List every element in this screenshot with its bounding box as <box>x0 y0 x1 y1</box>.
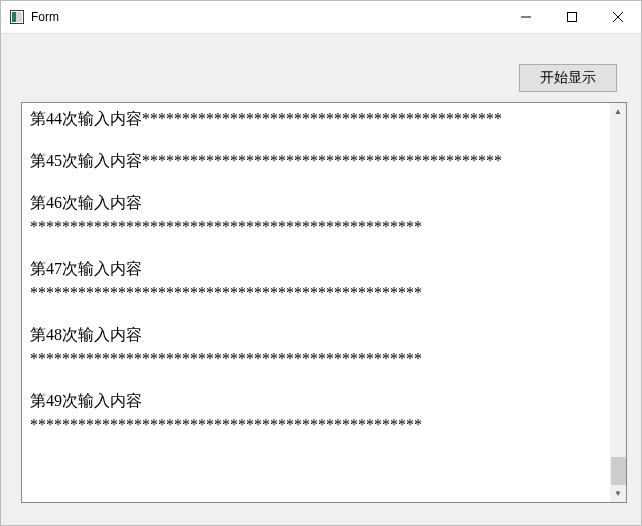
maximize-button[interactable] <box>549 1 595 33</box>
window-title: Form <box>31 10 59 24</box>
window-root: Form 开始显示 第44次输入内容**********************… <box>0 0 642 526</box>
scroll-track[interactable] <box>610 120 626 485</box>
text-line <box>30 239 602 257</box>
titlebar[interactable]: Form <box>1 1 641 34</box>
text-line: 第49次输入内容 <box>30 389 602 413</box>
client-area: 开始显示 第44次输入内容***************************… <box>1 34 641 525</box>
text-line <box>30 131 602 149</box>
close-icon <box>613 12 623 22</box>
maximize-icon <box>567 12 577 22</box>
scroll-thumb[interactable] <box>611 457 626 485</box>
titlebar-left: Form <box>1 9 59 25</box>
text-line: ****************************************… <box>30 413 602 437</box>
toolbar: 开始显示 <box>11 44 631 98</box>
text-line: 第45次输入内容********************************… <box>30 149 602 173</box>
scroll-up-arrow-icon[interactable]: ▲ <box>610 103 626 120</box>
svg-rect-2 <box>16 12 22 22</box>
text-line: 第46次输入内容 <box>30 191 602 215</box>
scroll-down-arrow-icon[interactable]: ▼ <box>610 485 626 502</box>
minimize-button[interactable] <box>503 1 549 33</box>
svg-rect-4 <box>568 13 577 22</box>
svg-rect-1 <box>12 12 16 22</box>
start-display-button[interactable]: 开始显示 <box>519 64 617 92</box>
text-line: 第47次输入内容 <box>30 257 602 281</box>
window-controls <box>503 1 641 33</box>
close-button[interactable] <box>595 1 641 33</box>
text-line: ****************************************… <box>30 215 602 239</box>
text-line: ****************************************… <box>30 347 602 371</box>
content-wrap: 第44次输入内容********************************… <box>21 102 627 503</box>
text-line: 第44次输入内容********************************… <box>30 107 602 131</box>
minimize-icon <box>521 12 531 22</box>
text-line: ****************************************… <box>30 281 602 305</box>
text-line: 第48次输入内容 <box>30 323 602 347</box>
text-output-area[interactable]: 第44次输入内容********************************… <box>21 102 610 503</box>
vertical-scrollbar[interactable]: ▲ ▼ <box>610 102 627 503</box>
text-line <box>30 371 602 389</box>
text-line <box>30 173 602 191</box>
app-icon <box>9 9 25 25</box>
text-line <box>30 305 602 323</box>
